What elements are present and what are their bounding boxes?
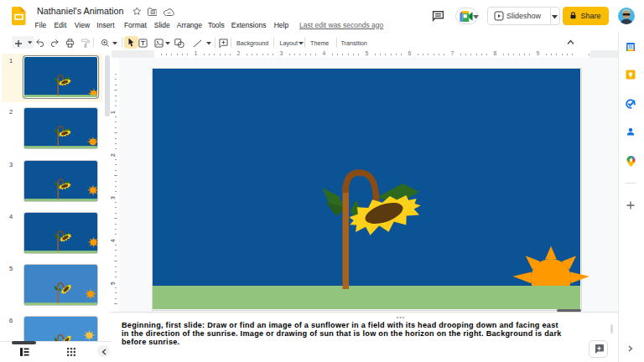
svg-text:31: 31 <box>628 45 633 49</box>
